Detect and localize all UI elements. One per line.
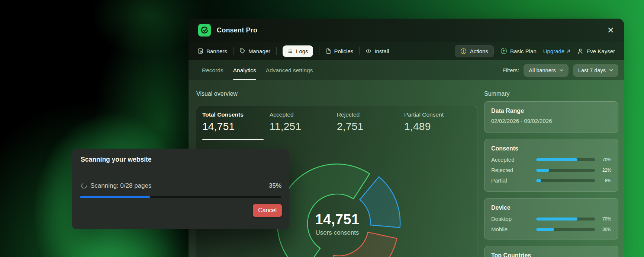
upgrade-plan-icon: [500, 48, 507, 54]
actions-button[interactable]: Actions: [455, 45, 494, 57]
user-name: Eve Kayser: [586, 48, 615, 54]
date-filter-dropdown[interactable]: Last 7 days: [573, 64, 618, 77]
nav-right-cluster: Actions Basic Plan Upgrade: [455, 45, 615, 57]
progress-bar: [536, 218, 595, 220]
consents-rejected-row: Rejected 22%: [491, 167, 611, 173]
banners-icon: [197, 48, 203, 54]
stat-partial-consent[interactable]: Partial Consent 1,489: [404, 111, 471, 139]
divider: [359, 47, 360, 55]
user-menu[interactable]: Eve Kayser: [577, 48, 615, 54]
primary-nav: Banners Manager Logs Policies: [189, 42, 624, 60]
install-code-icon: [366, 48, 371, 54]
warning-icon: [460, 48, 467, 54]
scanning-status: Scanning: 0/28 pages: [81, 182, 151, 190]
tab-advanced-settings[interactable]: Advanced settings: [266, 60, 313, 80]
consents-accepted-row: Accepted 70%: [491, 157, 611, 162]
divider: [319, 47, 319, 55]
top-countries-card: Top Countries: [484, 246, 618, 257]
banner-filter-dropdown[interactable]: All banners: [524, 64, 569, 77]
device-card: Device Desktop 70% Mobile 30%: [484, 198, 618, 239]
secondary-nav: Records Analytics Advanced settings Filt…: [189, 60, 624, 80]
nav-item-install[interactable]: Install: [366, 48, 389, 54]
filters-cluster: Filters: All banners Last 7 days: [502, 64, 618, 77]
upgrade-link[interactable]: Upgrade: [543, 48, 571, 54]
tab-records[interactable]: Records: [202, 60, 223, 80]
consents-partial-row: Partial 8%: [491, 178, 611, 183]
modal-title: Scanning your website: [81, 156, 152, 164]
scan-progress-track: [80, 196, 281, 198]
manager-tag-icon: [239, 48, 245, 54]
filters-label: Filters:: [502, 67, 519, 73]
device-mobile-row: Mobile 30%: [491, 226, 611, 232]
divider: [72, 169, 289, 169]
divider: [276, 47, 277, 55]
close-icon[interactable]: ✕: [607, 26, 614, 35]
plan-indicator: Basic Plan: [500, 48, 537, 54]
consent-pro-logo-icon: [198, 24, 211, 37]
user-icon: [577, 48, 583, 54]
scan-progress-fill: [80, 196, 150, 198]
data-range-card: Data Range 02/02/2026 - 09/02/2026: [484, 101, 618, 133]
device-desktop-row: Desktop 70%: [491, 216, 611, 222]
scanning-modal: Scanning your website Scanning: 0/28 pag…: [72, 149, 289, 229]
progress-bar: [536, 179, 595, 182]
nav-item-logs[interactable]: Logs: [283, 45, 313, 57]
summary-title: Summary: [484, 91, 509, 97]
titlebar: Consent Pro ✕: [189, 19, 624, 42]
chevron-down-icon: [560, 69, 563, 72]
nav-item-policies[interactable]: Policies: [325, 48, 354, 54]
plan-label: Basic Plan: [510, 48, 537, 54]
stats-row: Total Consents 14,751 Accepted 11,251 Re…: [202, 106, 471, 139]
scan-percent: 35%: [269, 182, 281, 190]
consents-card: Consents Accepted 70% Rejected 22% Parti…: [484, 139, 618, 192]
data-range-value: 02/02/2026 - 09/02/2026: [491, 118, 611, 124]
divider: [233, 47, 234, 55]
stat-accepted[interactable]: Accepted 11,251: [270, 111, 337, 139]
logs-list-icon: [287, 48, 293, 54]
nav-item-banners[interactable]: Banners: [197, 48, 227, 54]
stat-total-consents[interactable]: Total Consents 14,751: [202, 111, 270, 139]
progress-bar: [536, 228, 595, 231]
cancel-button[interactable]: Cancel: [253, 204, 282, 217]
chevron-down-icon: [609, 69, 613, 72]
window-title: Consent Pro: [217, 26, 257, 34]
tab-analytics[interactable]: Analytics: [233, 60, 256, 80]
progress-bar: [536, 158, 595, 161]
spinner-icon: [81, 183, 87, 189]
progress-bar: [536, 169, 595, 172]
stat-rejected[interactable]: Rejected 2,751: [337, 111, 404, 139]
arrow-up-right-icon: [566, 49, 570, 53]
policies-document-icon: [325, 48, 331, 54]
nav-item-manager[interactable]: Manager: [239, 48, 270, 54]
visual-overview-title: Visual overview: [196, 91, 238, 97]
